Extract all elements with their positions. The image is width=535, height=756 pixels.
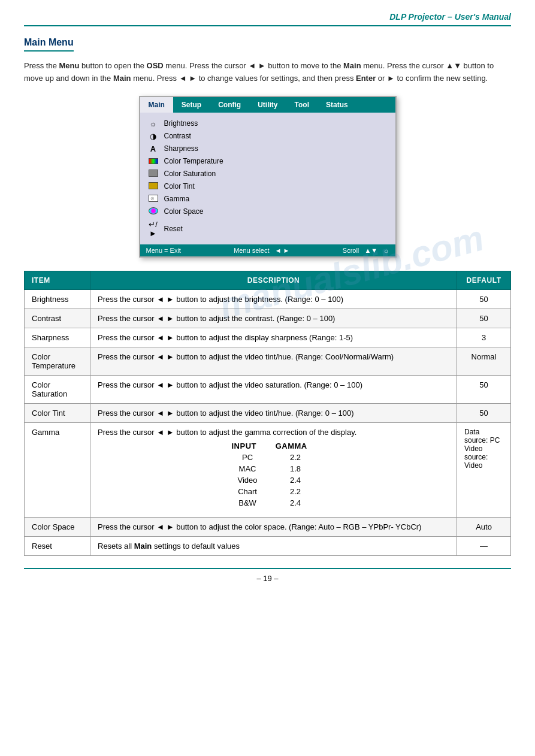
desc-gamma: Press the cursor ◄ ► button to adjust th…	[90, 422, 457, 517]
desc-color-sat: Press the cursor ◄ ► button to adjust th…	[90, 375, 457, 403]
table-row: Gamma Press the cursor ◄ ► button to adj…	[25, 422, 511, 517]
osd-row-color-sat: Color Saturation	[147, 168, 388, 180]
header-title: DLP Projector – User's Manual	[389, 12, 511, 22]
osd-menu-tool: Tool	[286, 97, 318, 113]
osd-footer-right: Scroll ▲▼ ☼	[343, 247, 389, 254]
osd-row-gamma: ⊘ Gamma	[147, 193, 388, 205]
default-color-temp: Normal	[457, 347, 511, 375]
osd-label-color-sat: Color Saturation	[164, 170, 216, 178]
osd-menu-config: Config	[210, 97, 249, 113]
osd-label-reset: Reset	[164, 225, 183, 233]
table-header-description: Description	[90, 271, 457, 289]
default-gamma: Data source: PCVideo source: Video	[457, 422, 511, 517]
osd-footer-center: Menu select ◄ ►	[234, 247, 289, 254]
table-row: Contrast Press the cursor ◄ ► button to …	[25, 309, 511, 328]
osd-box: Main Setup Config Utility Tool Status ☼ …	[139, 96, 397, 258]
gamma-table: Input Gamma PC 2.2 MAC 1.8 Video	[226, 440, 322, 509]
desc-contrast: Press the cursor ◄ ► button to adjust th…	[90, 309, 457, 328]
table-row: Color Space Press the cursor ◄ ► button …	[25, 517, 511, 536]
osd-footer-left: Menu = Exit	[146, 247, 181, 254]
osd-footer: Menu = Exit Menu select ◄ ► Scroll ▲▼ ☼	[140, 244, 395, 256]
osd-menu-status: Status	[318, 97, 356, 113]
color-sat-icon	[147, 170, 159, 179]
table-row: Color Saturation Press the cursor ◄ ► bu…	[25, 375, 511, 403]
osd-label-brightness: Brightness	[164, 119, 198, 128]
osd-row-sharpness: A Sharpness	[147, 143, 388, 155]
osd-menu-main: Main	[140, 97, 173, 113]
desc-color-space: Press the cursor ◄ ► button to adjust th…	[90, 517, 457, 536]
item-color-tint: Color Tint	[25, 403, 90, 422]
osd-label-color-space: Color Space	[164, 207, 204, 216]
table-row: Color Tint Press the cursor ◄ ► button t…	[25, 403, 511, 422]
gamma-row-bw: B&W 2.4	[226, 497, 322, 509]
table-header-default: Default	[457, 271, 511, 289]
desc-color-temp: Press the cursor ◄ ► button to adjust th…	[90, 347, 457, 375]
page-header: DLP Projector – User's Manual	[24, 12, 511, 26]
item-reset: Reset	[25, 536, 90, 555]
contrast-icon: ◑	[147, 132, 159, 141]
color-temp-icon	[147, 157, 159, 166]
osd-label-contrast: Contrast	[164, 132, 191, 140]
osd-row-color-tint: Color Tint	[147, 180, 388, 193]
osd-menu-screenshot: Main Setup Config Utility Tool Status ☼ …	[24, 96, 511, 258]
osd-menubar: Main Setup Config Utility Tool Status	[140, 97, 395, 113]
default-sharpness: 3	[457, 328, 511, 347]
table-row: Brightness Press the cursor ◄ ► button t…	[25, 289, 511, 309]
gamma-col-input: Input	[226, 440, 270, 452]
osd-menu-utility: Utility	[249, 97, 286, 113]
default-color-space: Auto	[457, 517, 511, 536]
gamma-row-mac: MAC 1.8	[226, 463, 322, 474]
default-brightness: 50	[457, 289, 511, 309]
table-header-item: Item	[25, 271, 90, 289]
osd-row-contrast: ◑ Contrast	[147, 130, 388, 143]
color-tint-icon	[147, 182, 159, 191]
osd-label-color-temp: Color Temperature	[164, 157, 223, 165]
desc-sharpness: Press the cursor ◄ ► button to adjust th…	[90, 328, 457, 347]
default-reset: —	[457, 536, 511, 555]
osd-content: ☼ Brightness ◑ Contrast A Sharpness Colo…	[140, 113, 395, 244]
sharpness-icon: A	[147, 144, 159, 153]
main-menu-table: Item Description Default Brightness Pres…	[24, 271, 511, 556]
item-gamma: Gamma	[25, 422, 90, 517]
default-contrast: 50	[457, 309, 511, 328]
item-color-temp: Color Temperature	[25, 347, 90, 375]
page-number: – 19 –	[256, 574, 278, 583]
desc-color-tint: Press the cursor ◄ ► button to adjust th…	[90, 403, 457, 422]
table-row: Color Temperature Press the cursor ◄ ► b…	[25, 347, 511, 375]
gamma-col-value: Gamma	[270, 440, 322, 452]
table-row: Reset Resets all Main settings to defaul…	[25, 536, 511, 555]
item-brightness: Brightness	[25, 289, 90, 309]
osd-row-color-temp: Color Temperature	[147, 155, 388, 168]
osd-row-reset: ↵/► Reset	[147, 218, 388, 240]
item-color-sat: Color Saturation	[25, 375, 90, 403]
page-footer: – 19 –	[24, 568, 511, 583]
default-color-sat: 50	[457, 375, 511, 403]
default-color-tint: 50	[457, 403, 511, 422]
intro-paragraph: Press the Menu button to open the OSD me…	[24, 60, 511, 85]
item-contrast: Contrast	[25, 309, 90, 328]
reset-icon: ↵/►	[147, 220, 159, 238]
gamma-row-video: Video 2.4	[226, 474, 322, 486]
item-sharpness: Sharpness	[25, 328, 90, 347]
osd-menu-setup: Setup	[173, 97, 210, 113]
osd-label-gamma: Gamma	[164, 195, 190, 203]
gamma-row-chart: Chart 2.2	[226, 486, 322, 497]
brightness-icon: ☼	[147, 119, 159, 128]
desc-reset: Resets all Main settings to default valu…	[90, 536, 457, 555]
gamma-row-pc: PC 2.2	[226, 452, 322, 463]
osd-row-brightness: ☼ Brightness	[147, 117, 388, 130]
osd-row-color-space: Color Space	[147, 205, 388, 218]
gamma-icon: ⊘	[147, 195, 159, 204]
osd-label-sharpness: Sharpness	[164, 144, 198, 153]
item-color-space: Color Space	[25, 517, 90, 536]
osd-label-color-tint: Color Tint	[164, 182, 195, 190]
desc-brightness: Press the cursor ◄ ► button to adjust th…	[90, 289, 457, 309]
table-row: Sharpness Press the cursor ◄ ► button to…	[25, 328, 511, 347]
section-title: Main Menu	[24, 37, 74, 52]
color-space-icon	[147, 207, 159, 216]
